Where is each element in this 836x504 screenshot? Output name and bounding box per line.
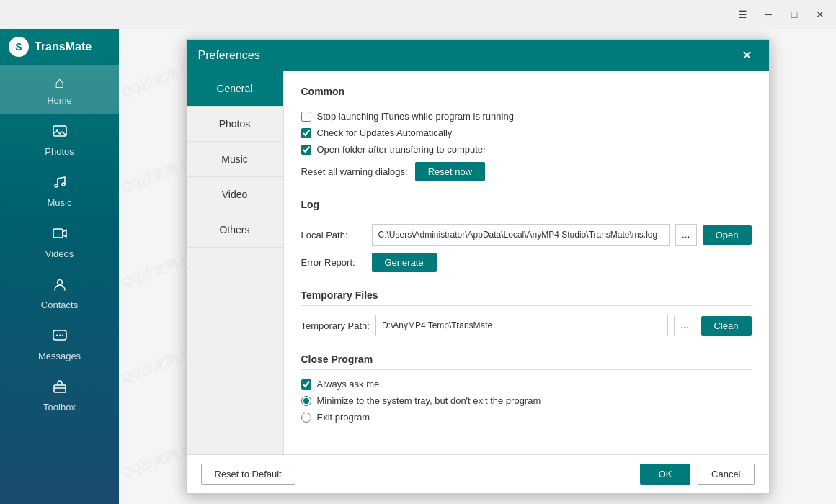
- temp-section: Temporary Files Temporary Path: … Clean: [301, 289, 752, 336]
- minimize-tray-label[interactable]: Minimize to the system tray, but don't e…: [317, 395, 541, 406]
- nav-item-others[interactable]: Others: [187, 212, 283, 248]
- logo-text: TransMate: [35, 40, 92, 53]
- toolbox-icon: [52, 379, 68, 399]
- reset-default-button[interactable]: Reset to Default: [201, 464, 295, 485]
- temp-path-label: Temporary Path:: [301, 320, 370, 331]
- temp-section-title: Temporary Files: [301, 289, 752, 306]
- nav-item-photos[interactable]: Photos: [187, 107, 283, 142]
- updates-checkbox-row: Check for Updates Automatically: [301, 127, 752, 138]
- ok-button[interactable]: OK: [640, 464, 690, 485]
- close-program-title: Close Program: [301, 354, 752, 370]
- title-bar: ☰ ─ □ ✕: [0, 0, 836, 29]
- temp-path-dots-button[interactable]: …: [674, 315, 695, 336]
- messages-icon: [52, 328, 68, 348]
- sidebar-item-videos-label: Videos: [45, 248, 74, 259]
- itunes-checkbox-label[interactable]: Stop launching iTunes while program is r…: [317, 111, 514, 122]
- app-content: S TransMate ⌂ Home Photos Music: [0, 29, 836, 504]
- minimize-button[interactable]: ─: [758, 4, 778, 24]
- reset-warnings-row: Reset all warning dialogs: Reset now: [301, 162, 752, 181]
- svg-point-5: [57, 280, 62, 285]
- svg-point-7: [56, 335, 58, 336]
- contacts-icon: [52, 276, 68, 297]
- sidebar-item-home[interactable]: ⌂ Home: [0, 65, 119, 114]
- svg-point-9: [62, 335, 63, 336]
- error-report-label: Error Report:: [301, 257, 366, 268]
- temp-path-row: Temporary Path: … Clean: [301, 315, 752, 336]
- svg-point-3: [62, 183, 65, 186]
- main-area: QQ沙龙网上娱乐QQ沙龙网上娱乐QQ沙龙网上娱乐 QQ沙龙网上娱乐QQ沙龙网上娱…: [119, 29, 836, 504]
- sidebar-item-videos[interactable]: Videos: [0, 217, 119, 268]
- updates-checkbox-label[interactable]: Check for Updates Automatically: [317, 127, 453, 138]
- sidebar-item-music[interactable]: Music: [0, 166, 119, 217]
- minimize-tray-radio-row: Minimize to the system tray, but don't e…: [301, 395, 752, 406]
- title-bar-controls: ☰ ─ □ ✕: [732, 4, 830, 24]
- reset-warnings-label: Reset all warning dialogs:: [301, 166, 408, 177]
- always-ask-label[interactable]: Always ask me: [317, 379, 380, 390]
- sidebar-item-messages[interactable]: Messages: [0, 319, 119, 370]
- videos-icon: [52, 225, 68, 246]
- svg-point-8: [59, 335, 61, 336]
- maximize-button[interactable]: □: [784, 4, 804, 24]
- open-folder-checkbox-row: Open folder after transfering to compute…: [301, 144, 752, 155]
- exit-program-label[interactable]: Exit program: [317, 412, 370, 423]
- common-section-title: Common: [301, 86, 752, 102]
- sidebar-item-toolbox[interactable]: Toolbox: [0, 370, 119, 421]
- home-icon: ⌂: [55, 73, 64, 92]
- photos-icon: [52, 123, 68, 143]
- dialog-close-button[interactable]: ✕: [737, 45, 757, 66]
- dialog-body: General Photos Music Video Others Common: [187, 71, 769, 454]
- logo-icon: S: [9, 37, 29, 57]
- always-ask-checkbox-row: Always ask me: [301, 379, 752, 390]
- nav-item-video[interactable]: Video: [187, 177, 283, 212]
- nav-item-music[interactable]: Music: [187, 142, 283, 177]
- log-open-button[interactable]: Open: [703, 225, 752, 245]
- nav-item-general[interactable]: General: [187, 71, 283, 107]
- minimize-icon: ─: [765, 9, 772, 20]
- sidebar-item-contacts-label: Contacts: [41, 300, 78, 310]
- logo-area: S TransMate: [0, 29, 119, 65]
- svg-rect-4: [53, 229, 63, 238]
- temp-path-input[interactable]: [375, 315, 668, 336]
- reset-now-button[interactable]: Reset now: [415, 162, 485, 181]
- open-folder-checkbox-label[interactable]: Open folder after transfering to compute…: [317, 144, 486, 155]
- always-ask-checkbox[interactable]: [301, 379, 311, 390]
- updates-checkbox[interactable]: [301, 128, 311, 138]
- error-report-row: Error Report: Generate: [301, 253, 752, 272]
- sidebar-item-contacts[interactable]: Contacts: [0, 268, 119, 319]
- svg-point-2: [55, 184, 58, 187]
- clean-button[interactable]: Clean: [701, 316, 752, 336]
- exit-program-radio-row: Exit program: [301, 412, 752, 423]
- music-icon: [52, 174, 68, 194]
- dialog-titlebar: Preferences ✕: [187, 40, 769, 71]
- log-section: Log Local Path: … Open Error Report: Gen: [301, 199, 752, 272]
- dialog-nav: General Photos Music Video Others: [187, 71, 284, 454]
- minimize-tray-radio[interactable]: [301, 396, 311, 406]
- itunes-checkbox[interactable]: [301, 112, 311, 122]
- sidebar-item-messages-label: Messages: [38, 351, 81, 361]
- sidebar: S TransMate ⌂ Home Photos Music: [0, 29, 119, 504]
- exit-program-radio[interactable]: [301, 413, 311, 423]
- cancel-button[interactable]: Cancel: [698, 464, 754, 485]
- generate-button[interactable]: Generate: [372, 253, 437, 272]
- svg-rect-0: [53, 126, 66, 136]
- sidebar-item-toolbox-label: Toolbox: [43, 402, 76, 413]
- log-path-dots-button[interactable]: …: [675, 224, 697, 246]
- log-path-input[interactable]: [372, 224, 670, 246]
- log-path-row: Local Path: … Open: [301, 224, 752, 246]
- open-folder-checkbox[interactable]: [301, 145, 311, 155]
- close-icon: ✕: [816, 9, 824, 20]
- app-window: ☰ ─ □ ✕ S TransMate ⌂ Home: [0, 0, 836, 504]
- menu-button[interactable]: ☰: [732, 4, 752, 24]
- sidebar-item-music-label: Music: [48, 197, 72, 208]
- maximize-icon: □: [791, 9, 797, 20]
- close-button[interactable]: ✕: [810, 4, 830, 24]
- svg-rect-10: [54, 385, 66, 392]
- itunes-checkbox-row: Stop launching iTunes while program is r…: [301, 111, 752, 122]
- sidebar-item-home-label: Home: [47, 95, 72, 106]
- dialog-content: Common Stop launching iTunes while progr…: [284, 71, 769, 454]
- sidebar-item-photos[interactable]: Photos: [0, 114, 119, 166]
- sidebar-item-photos-label: Photos: [45, 146, 74, 157]
- log-path-label: Local Path:: [301, 230, 366, 240]
- menu-icon: ☰: [738, 9, 747, 20]
- dialog-overlay: Preferences ✕ General Photos Music Video…: [119, 29, 836, 504]
